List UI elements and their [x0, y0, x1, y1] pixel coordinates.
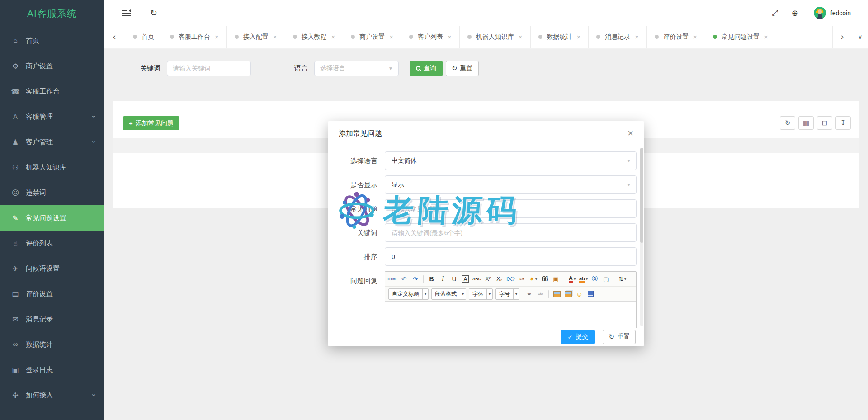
sort-input[interactable]: [385, 247, 637, 266]
sidebar-item[interactable]: ✈ 问候语设置: [0, 256, 104, 281]
reset-filter-button[interactable]: ↻ 重置: [446, 61, 479, 76]
print-button[interactable]: ⊟: [817, 116, 832, 130]
tab[interactable]: 接入教程 ×: [285, 26, 344, 48]
close-icon[interactable]: ×: [627, 128, 633, 138]
sidebar-item[interactable]: ♙ 客服管理 ›: [0, 104, 104, 129]
font-box-button[interactable]: A: [460, 274, 471, 284]
sidebar-item[interactable]: ⌂ 首页: [0, 28, 104, 53]
text-color-button[interactable]: A ▾: [567, 274, 577, 284]
highlight-color-button[interactable]: ab ▾: [578, 274, 589, 284]
refresh-table-button[interactable]: ↻: [780, 116, 795, 130]
font-size-dropdown[interactable]: 字号 ▾: [495, 288, 519, 300]
line-height-button[interactable]: ⇅ ▾: [617, 274, 627, 284]
tab-close-icon[interactable]: ×: [389, 33, 393, 41]
tab[interactable]: 商户设置 ×: [343, 26, 401, 48]
tab-close-icon[interactable]: ×: [693, 33, 697, 41]
add-faq-button[interactable]: + 添加常见问题: [123, 116, 179, 130]
tab[interactable]: 接入配置 ×: [227, 26, 285, 48]
sidebar-item[interactable]: ✣ 如何接入 ›: [0, 382, 104, 408]
sidebar-item[interactable]: ☹ 违禁词: [0, 180, 104, 205]
toolbar-separator[interactable]: [423, 275, 424, 283]
export-button[interactable]: ↧: [835, 116, 851, 130]
superscript-button[interactable]: X²: [483, 274, 493, 284]
sidebar-item[interactable]: ⚙ 商户设置: [0, 53, 104, 79]
toolbar-separator[interactable]: [614, 275, 614, 283]
redo-button[interactable]: ↷: [410, 274, 420, 284]
bold-button[interactable]: B: [426, 274, 437, 284]
undo-button[interactable]: ↶: [399, 274, 409, 284]
underline-button[interactable]: U: [449, 274, 459, 284]
tab-close-icon[interactable]: ×: [764, 33, 768, 41]
tab[interactable]: 首页: [125, 26, 162, 48]
language-globe-icon[interactable]: ⊕: [792, 8, 798, 18]
sidebar-item[interactable]: ♟ 客户管理 ›: [0, 129, 104, 155]
multi-image-button[interactable]: [563, 288, 573, 299]
sidebar-item[interactable]: ▤ 评价设置: [0, 281, 104, 307]
eraser-button[interactable]: ⌦: [505, 274, 516, 284]
tab-close-icon[interactable]: ×: [448, 33, 452, 41]
sidebar-item[interactable]: ☎ 客服工作台: [0, 79, 104, 104]
dialog-scrollbar[interactable]: [640, 148, 643, 326]
new-page-button[interactable]: ▢: [601, 274, 611, 284]
tab[interactable]: 机器人知识库 ×: [460, 26, 531, 48]
refresh-page-icon[interactable]: ↻: [150, 8, 157, 18]
blockquote-button[interactable]: 66: [539, 274, 550, 284]
sidebar-item[interactable]: ☝ 评价列表: [0, 231, 104, 256]
scrollbar-thumb[interactable]: [640, 148, 643, 243]
tab-close-icon[interactable]: ×: [215, 33, 219, 41]
tab[interactable]: 消息记录 ×: [589, 26, 647, 48]
sidebar-item[interactable]: ∞ 数据统计: [0, 332, 104, 357]
avatar[interactable]: [814, 7, 826, 19]
source-code-button[interactable]: HTML: [387, 274, 398, 284]
toolbar-separator[interactable]: [548, 290, 549, 298]
tab-close-icon[interactable]: ×: [331, 33, 335, 41]
tab[interactable]: 常见问题设置 ×: [705, 26, 776, 48]
subscript-button[interactable]: X₂: [494, 274, 505, 284]
tab[interactable]: 客户列表 ×: [401, 26, 460, 48]
font-family-dropdown[interactable]: 字体 ▾: [469, 288, 493, 300]
sidebar-item[interactable]: ⚇ 机器人知识库: [0, 155, 104, 180]
tab-close-icon[interactable]: ×: [519, 33, 523, 41]
editor-content-area[interactable]: [385, 302, 636, 328]
reset-form-button[interactable]: ↻ 重置: [603, 330, 636, 344]
anchor-button[interactable]: ⓐ: [590, 274, 600, 284]
sidebar-item[interactable]: ✉ 消息记录: [0, 307, 104, 332]
display-select[interactable]: 显示 ▼: [385, 175, 637, 194]
tab-close-icon[interactable]: ×: [273, 33, 277, 41]
emoticon-button[interactable]: ☺: [574, 288, 585, 299]
submit-button[interactable]: ✓ 提交: [561, 330, 595, 344]
unlink-button[interactable]: ⚮: [535, 288, 546, 299]
autoformat-button[interactable]: ✶ ▾: [528, 274, 538, 284]
tab-label: 客服工作台: [179, 33, 210, 41]
tab[interactable]: 数据统计 ×: [531, 26, 589, 48]
italic-button[interactable]: I: [438, 274, 448, 284]
username[interactable]: fedcoin: [830, 9, 851, 17]
paragraph-format-dropdown[interactable]: 段落格式 ▾: [431, 288, 466, 300]
link-button[interactable]: ⚭: [524, 288, 534, 299]
search-button[interactable]: 查询: [410, 61, 443, 76]
question-input[interactable]: [385, 199, 637, 218]
keyword-filter-input[interactable]: [167, 61, 251, 76]
sidebar-item[interactable]: ▣ 登录日志: [0, 357, 104, 382]
keyword-input[interactable]: [385, 223, 637, 242]
collapse-menu-icon[interactable]: [122, 9, 131, 17]
tab[interactable]: 客服工作台 ×: [162, 26, 227, 48]
tabs-scroll-left-button[interactable]: ‹: [104, 26, 125, 48]
tab-close-icon[interactable]: ×: [577, 33, 581, 41]
image-button[interactable]: [552, 288, 562, 299]
custom-heading-dropdown[interactable]: 自定义标题 ▾: [388, 288, 429, 300]
columns-button[interactable]: ▥: [798, 116, 814, 130]
language-filter-select[interactable]: 选择语言 ▼: [314, 61, 399, 76]
toolbar-separator[interactable]: [564, 275, 564, 283]
sidebar-item[interactable]: ✎ 常见问题设置: [0, 205, 104, 231]
paste-plain-button[interactable]: ▣: [551, 274, 561, 284]
strikethrough-button[interactable]: ABC: [472, 274, 482, 284]
format-brush-button[interactable]: ✑: [517, 274, 527, 284]
language-select[interactable]: 中文简体 ▼: [385, 151, 637, 170]
tabs-more-button[interactable]: ∨: [852, 26, 868, 48]
tab[interactable]: 评价设置 ×: [647, 26, 705, 48]
video-button[interactable]: [585, 288, 596, 299]
tabs-scroll-right-button[interactable]: ›: [832, 26, 852, 48]
fullscreen-icon[interactable]: ⤢: [772, 9, 778, 18]
tab-close-icon[interactable]: ×: [635, 33, 639, 41]
